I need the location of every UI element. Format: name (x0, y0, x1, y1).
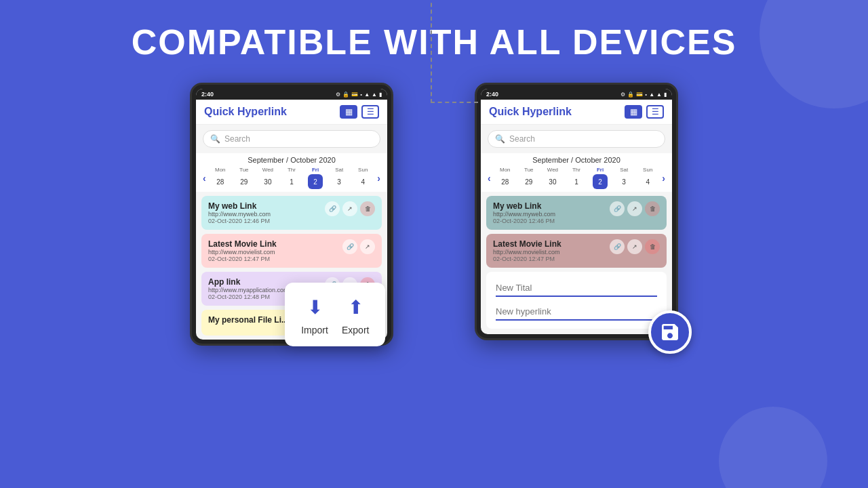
link-icon-0[interactable]: 🔗 (325, 201, 340, 216)
right-status-bar: 2:40 ⚙ 🔒 💳 • ▲ ▲ ▮ (481, 89, 672, 100)
day-wed: Wed 30 (258, 167, 277, 189)
r-delete-icon-0[interactable]: 🗑 (645, 201, 660, 216)
save-fab-button[interactable] (648, 310, 692, 354)
r-sd-icon: 💳 (636, 92, 643, 98)
right-calendar: September / October 2020 ‹ Mon 28 Tue 29… (481, 153, 672, 192)
day-tue: Tue 29 (235, 167, 254, 189)
wifi-icon: ▲ (364, 92, 370, 98)
left-link-card-1: Latest Movie Link http://www.movielist.c… (201, 234, 382, 268)
right-header-icons: ▦ ☰ (625, 105, 664, 119)
connector-bottom (431, 102, 478, 103)
battery-icon: ▮ (379, 92, 382, 98)
day-fri-active[interactable]: Fri 2 (306, 167, 325, 189)
sd-icon: 💳 (351, 92, 358, 98)
link-icon-1[interactable]: 🔗 (342, 239, 357, 254)
left-status-time: 2:40 (201, 91, 214, 98)
left-calendar-header: September / October 2020 (201, 156, 382, 164)
day-thr: Thr 1 (282, 167, 301, 189)
left-cal-prev[interactable]: ‹ (203, 173, 206, 184)
right-search-text: Search (509, 134, 535, 144)
left-search-icon: 🔍 (210, 134, 220, 144)
r-share-icon-0[interactable]: ↗ (627, 201, 642, 216)
right-tablet-screen: 2:40 ⚙ 🔒 💳 • ▲ ▲ ▮ Quick Hyperlink (481, 89, 672, 334)
new-title-input[interactable] (496, 280, 657, 297)
left-search-text: Search (224, 134, 250, 144)
share-icon-0[interactable]: ↗ (342, 201, 357, 216)
left-tablet-wrapper: 2:40 ⚙ 🔒 💳 • ▲ ▲ ▮ Quick Hyperlink (190, 83, 393, 346)
add-form-overlay (486, 272, 667, 329)
delete-icon-0[interactable]: 🗑 (360, 201, 375, 216)
r-wifi-icon: ▲ (649, 92, 654, 98)
import-export-popup: ⬇ Import ⬆ Export (285, 283, 385, 346)
devices-container: 2:40 ⚙ 🔒 💳 • ▲ ▲ ▮ Quick Hyperlink (0, 83, 868, 346)
right-app-title: Quick Hyperlink (489, 106, 572, 118)
right-calendar-days: ‹ Mon 28 Tue 29 Wed 30 (486, 167, 667, 189)
r-delete-icon-1[interactable]: 🗑 (645, 239, 660, 254)
right-link-card-0: My web Link http://www.myweb.com 02-Oct-… (486, 196, 667, 230)
right-status-icons: ⚙ 🔒 💳 • ▲ ▲ ▮ (620, 92, 667, 98)
right-tablet-wrapper: 2:40 ⚙ 🔒 💳 • ▲ ▲ ▮ Quick Hyperlink (475, 83, 678, 340)
day-sun: Sun 4 (353, 167, 372, 189)
import-icon: ⬇ (301, 293, 328, 321)
dot-icon: • (360, 92, 362, 98)
right-list-view-btn[interactable]: ☰ (646, 105, 664, 119)
right-links-list: My web Link http://www.myweb.com 02-Oct-… (481, 192, 672, 272)
share-icon-1[interactable]: ↗ (360, 239, 375, 254)
right-calendar-header: September / October 2020 (486, 156, 667, 164)
r-signal-icon: ▲ (656, 92, 662, 98)
page-title: COMPATIBLE WITH ALL DEVICES (0, 0, 868, 62)
right-tablet: 2:40 ⚙ 🔒 💳 • ▲ ▲ ▮ Quick Hyperlink (475, 83, 678, 340)
r-settings-icon: ⚙ (620, 92, 625, 98)
r-day-sat: Sat 3 (614, 167, 633, 189)
shield-icon: 🔒 (342, 92, 349, 98)
save-icon (659, 321, 681, 343)
day-sat: Sat 3 (330, 167, 349, 189)
settings-icon: ⚙ (336, 92, 340, 98)
r-share-icon-1[interactable]: ↗ (627, 239, 642, 254)
r-link-icon-1[interactable]: 🔗 (610, 239, 625, 254)
left-status-bar: 2:40 ⚙ 🔒 💳 • ▲ ▲ ▮ (196, 89, 387, 100)
right-search-icon: 🔍 (495, 134, 505, 144)
r-day-tue: Tue 29 (519, 167, 538, 189)
r-battery-icon: ▮ (664, 92, 667, 98)
left-status-icons: ⚙ 🔒 💳 • ▲ ▲ ▮ (336, 92, 382, 98)
r-day-mon: Mon 28 (496, 167, 515, 189)
r-day-wed: Wed 30 (543, 167, 562, 189)
right-app-header: Quick Hyperlink ▦ ☰ (481, 100, 672, 125)
left-link-card-0: My web Link http://www.myweb.com 02-Oct-… (201, 196, 382, 230)
right-link-card-1: Latest Movie Link http://www.movielist.c… (486, 234, 667, 268)
left-header-icons: ▦ ☰ (340, 105, 379, 119)
import-button[interactable]: ⬇ Import (301, 293, 328, 336)
export-icon: ⬆ (342, 293, 369, 321)
day-mon: Mon 28 (211, 167, 230, 189)
left-app-title: Quick Hyperlink (204, 106, 287, 118)
left-calendar-days: ‹ Mon 28 Tue 29 Wed 30 (201, 167, 382, 189)
right-cal-next[interactable]: › (662, 173, 665, 184)
bg-circle-bottom (719, 407, 827, 488)
r-dot-icon: • (645, 92, 647, 98)
new-hyperlink-input[interactable] (496, 304, 657, 321)
right-search-bar[interactable]: 🔍 Search (488, 130, 665, 148)
export-button[interactable]: ⬆ Export (342, 293, 369, 336)
export-label: Export (342, 325, 369, 336)
r-shield-icon: 🔒 (627, 92, 634, 98)
signal-icon: ▲ (372, 92, 377, 98)
list-view-btn[interactable]: ☰ (361, 105, 379, 119)
import-label: Import (301, 325, 328, 336)
r-day-fri-active[interactable]: Fri 2 (591, 167, 610, 189)
right-status-time: 2:40 (486, 91, 498, 98)
left-calendar: September / October 2020 ‹ Mon 28 Tue 29… (196, 153, 387, 192)
r-day-sun: Sun 4 (638, 167, 657, 189)
left-cal-next[interactable]: › (377, 173, 380, 184)
r-link-icon-0[interactable]: 🔗 (610, 201, 625, 216)
left-search-bar[interactable]: 🔍 Search (203, 130, 380, 148)
r-day-thr: Thr 1 (567, 167, 586, 189)
left-app-header: Quick Hyperlink ▦ ☰ (196, 100, 387, 125)
right-cal-prev[interactable]: ‹ (488, 173, 491, 184)
connector-vertical (431, 0, 432, 103)
right-grid-view-btn[interactable]: ▦ (625, 105, 642, 119)
grid-view-btn[interactable]: ▦ (340, 105, 357, 119)
